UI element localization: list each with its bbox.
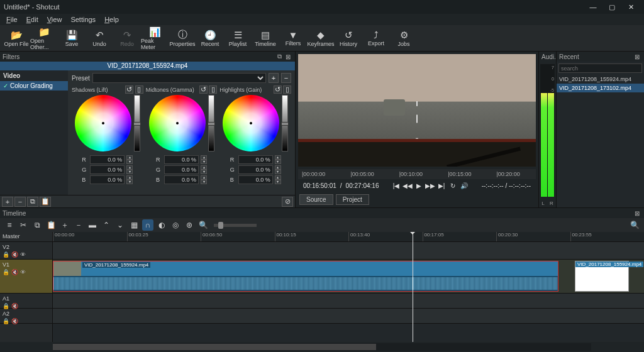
filter-item-colour-grading[interactable]: ✓ Colour Grading	[0, 81, 68, 91]
timeline-ruler[interactable]: 00:00:0000:03:2500:06:5000:10:1500:13:40…	[53, 232, 644, 242]
keyframe-icon[interactable]: ▯	[209, 85, 217, 94]
reset-icon[interactable]: ↺	[125, 85, 133, 94]
track-v2[interactable]	[53, 242, 644, 260]
timeline-clip-2[interactable]: VID_20171208_155924.mp4	[575, 261, 629, 292]
save-button[interactable]: 💾Save	[58, 26, 86, 51]
export-button[interactable]: ⤴Export	[362, 26, 390, 51]
timeline-clip[interactable]: VID_20171208_155924.mp4	[53, 261, 558, 292]
lock-icon[interactable]: 🔒	[3, 269, 9, 275]
reset-icon[interactable]: ↺	[199, 85, 208, 94]
lock-icon[interactable]: 🔒	[3, 251, 9, 258]
spinner[interactable]: ▴▾	[201, 165, 207, 174]
undo-button[interactable]: ↶Undo	[86, 26, 113, 51]
timeline-scrollbar[interactable]	[53, 343, 591, 351]
timeline-tracks-area[interactable]: 00:00:0000:03:2500:06:5000:10:1500:13:40…	[53, 232, 644, 342]
lightness-slider[interactable]	[282, 95, 288, 151]
history-button[interactable]: ↺History	[335, 26, 362, 51]
filters-button[interactable]: ▼Filters	[279, 26, 307, 51]
lift-button[interactable]: ▬	[87, 219, 98, 231]
track-a1[interactable]	[53, 294, 644, 309]
menu-settings[interactable]: Settings	[67, 14, 99, 25]
b-value-input[interactable]	[238, 175, 273, 184]
track-header-v2[interactable]: V2 🔒🔇👁	[0, 242, 52, 260]
r-value-input[interactable]	[90, 155, 125, 164]
open-other-button[interactable]: 📁Open Other...	[30, 26, 58, 51]
menu-help[interactable]: Help	[101, 14, 123, 25]
preset-add-button[interactable]: +	[269, 73, 279, 83]
redo-button[interactable]: ↷Redo	[113, 26, 141, 51]
copy-button[interactable]: ⧉	[31, 219, 43, 231]
spinner[interactable]: ▴▾	[126, 175, 133, 184]
loop-icon[interactable]: ↻	[448, 181, 457, 190]
rewind-button[interactable]: ◀◀	[403, 181, 412, 190]
remove-button[interactable]: －	[73, 219, 84, 231]
jobs-button[interactable]: ⚙Jobs	[390, 26, 418, 51]
g-value-input[interactable]	[164, 165, 199, 174]
r-value-input[interactable]	[164, 155, 199, 164]
track-header-v1[interactable]: V1 🔒🔇👁	[0, 260, 52, 294]
spinner[interactable]: ▴▾	[126, 165, 133, 174]
mute-icon[interactable]: 🔇	[11, 251, 18, 258]
zoom-in-button[interactable]: 🔍	[629, 219, 640, 231]
volume-icon[interactable]: 🔊	[460, 181, 469, 190]
track-header-a1[interactable]: A1 🔒🔇	[0, 294, 52, 309]
filter-copy-button[interactable]: ⧉	[27, 197, 38, 207]
ripple-all-button[interactable]: ⊛	[184, 219, 195, 231]
tab-project[interactable]: Project	[336, 194, 369, 205]
playlist-button[interactable]: ☰Playlist	[224, 26, 252, 51]
b-value-input[interactable]	[164, 175, 199, 184]
skip-next-button[interactable]: ▶|	[437, 181, 446, 190]
track-a2[interactable]	[53, 309, 644, 324]
lightness-slider[interactable]	[208, 95, 214, 151]
preview-ruler[interactable]: |00:00:00|00:05:00|00:10:00|00:15:00|00:…	[298, 169, 536, 179]
zoom-out-button[interactable]: 🔍	[197, 219, 209, 231]
filter-remove-button[interactable]: −	[14, 197, 26, 207]
lock-icon[interactable]: 🔒	[3, 318, 9, 324]
spinner[interactable]: ▴▾	[126, 155, 133, 164]
g-value-input[interactable]	[238, 165, 273, 174]
minimize-button[interactable]: —	[584, 1, 602, 13]
paste-button[interactable]: 📋	[45, 219, 57, 231]
menu-edit[interactable]: Edit	[23, 14, 42, 25]
recent-button[interactable]: 🕘Recent	[196, 26, 224, 51]
tab-source[interactable]: Source	[299, 194, 333, 205]
mute-icon[interactable]: 🔇	[11, 318, 18, 324]
append-button[interactable]: ＋	[59, 219, 70, 231]
color-wheel[interactable]	[223, 95, 279, 151]
close-button[interactable]: ✕	[621, 1, 640, 13]
filters-close-icon[interactable]: ⊠	[284, 53, 292, 60]
properties-button[interactable]: ⓘProperties	[169, 26, 196, 51]
color-wheel[interactable]	[75, 95, 131, 151]
eye-icon[interactable]: 👁	[20, 251, 26, 258]
marker-button[interactable]: ▦	[128, 219, 140, 231]
filter-paste-button[interactable]: 📋	[40, 197, 51, 207]
timeline-menu-button[interactable]: ≡	[4, 219, 15, 231]
skip-prev-button[interactable]: |◀	[392, 181, 401, 190]
g-value-input[interactable]	[90, 165, 125, 174]
preset-select[interactable]	[92, 73, 266, 83]
track-master[interactable]: Master	[0, 232, 52, 242]
menu-view[interactable]: View	[43, 14, 66, 25]
timeline-button[interactable]: ▤Timeline	[252, 26, 279, 51]
recent-search-input[interactable]	[558, 63, 642, 73]
forward-button[interactable]: ▶▶	[426, 181, 435, 190]
spinner[interactable]: ▴▾	[201, 175, 207, 184]
ripple-button[interactable]: ◎	[170, 219, 181, 231]
track-v1[interactable]: VID_20171208_155924.mp4 VID_20171208_155…	[53, 260, 644, 294]
b-value-input[interactable]	[90, 175, 125, 184]
filter-add-button[interactable]: +	[2, 197, 13, 207]
reset-icon[interactable]: ↺	[274, 85, 282, 94]
recent-item[interactable]: VID_20171208_173102.mp4	[557, 84, 644, 92]
snap-button[interactable]: ∩	[142, 219, 153, 231]
playhead[interactable]	[413, 232, 413, 342]
overwrite-button[interactable]: ⌃	[101, 219, 112, 231]
timecode-current[interactable]: 00:16:50:01	[303, 182, 336, 189]
play-button[interactable]: ▶	[414, 181, 423, 190]
track-header-a2[interactable]: A2 🔒🔇	[0, 309, 52, 324]
maximize-button[interactable]: ▢	[602, 1, 621, 13]
filters-undock-icon[interactable]: ⧉	[275, 53, 284, 60]
zoom-slider[interactable]	[214, 224, 257, 227]
recent-item[interactable]: VID_20171208_155924.mp4	[557, 75, 644, 84]
spinner[interactable]: ▴▾	[275, 175, 281, 184]
mute-icon[interactable]: 🔇	[11, 269, 18, 275]
